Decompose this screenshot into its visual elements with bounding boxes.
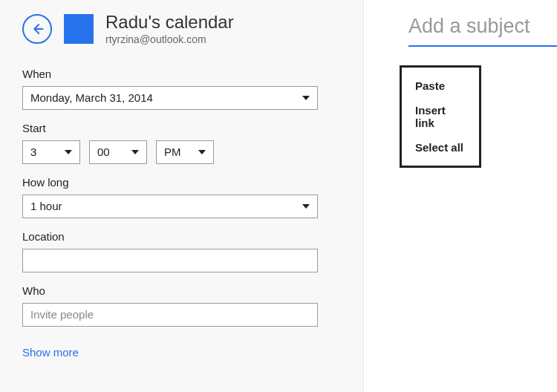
- field-location: Location: [22, 230, 339, 272]
- howlong-label: How long: [22, 176, 339, 189]
- back-button[interactable]: [22, 14, 52, 44]
- event-body-panel: Add a subject Paste Insert link Select a…: [364, 0, 557, 392]
- field-when: When: [22, 68, 339, 110]
- when-label: When: [22, 68, 339, 80]
- subject-input[interactable]: Add a subject: [408, 15, 557, 47]
- title-block: Radu's calendar rtyrzina@outlook.com: [105, 11, 234, 47]
- howlong-select[interactable]: [22, 195, 318, 218]
- calendar-title: Radu's calendar: [105, 11, 234, 33]
- start-label: Start: [22, 122, 339, 134]
- calendar-color-swatch: [64, 14, 94, 44]
- start-ampm-wrap: [156, 140, 214, 164]
- context-menu: Paste Insert link Select all: [400, 65, 481, 168]
- back-arrow-icon: [30, 22, 44, 36]
- location-input[interactable]: [22, 249, 318, 272]
- location-label: Location: [22, 230, 339, 243]
- start-hour-select[interactable]: [22, 140, 80, 164]
- context-menu-insert-link[interactable]: Insert link: [402, 98, 479, 135]
- field-who: Who: [22, 284, 339, 327]
- calendar-email: rtyrzina@outlook.com: [105, 33, 234, 47]
- when-select-wrap: [22, 86, 318, 110]
- who-label: Who: [22, 284, 339, 297]
- who-input[interactable]: [22, 303, 318, 327]
- show-more-link[interactable]: Show more: [22, 346, 79, 359]
- field-start: Start: [22, 122, 339, 164]
- context-menu-select-all[interactable]: Select all: [402, 135, 479, 160]
- header: Radu's calendar rtyrzina@outlook.com: [22, 11, 339, 47]
- start-ampm-select[interactable]: [156, 140, 214, 164]
- start-hour-wrap: [22, 140, 80, 164]
- context-menu-paste[interactable]: Paste: [402, 74, 479, 98]
- start-minute-wrap: [89, 140, 147, 164]
- start-minute-select[interactable]: [89, 140, 147, 164]
- howlong-wrap: [22, 195, 318, 218]
- start-row: [22, 140, 339, 164]
- when-select[interactable]: [22, 86, 318, 110]
- field-howlong: How long: [22, 176, 339, 218]
- event-form-panel: Radu's calendar rtyrzina@outlook.com Whe…: [0, 0, 364, 392]
